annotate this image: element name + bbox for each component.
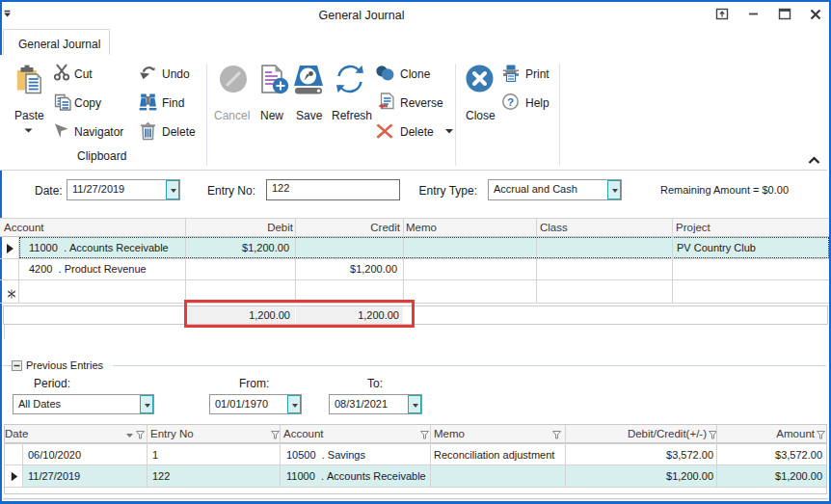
svg-text:?: ? <box>507 96 514 108</box>
